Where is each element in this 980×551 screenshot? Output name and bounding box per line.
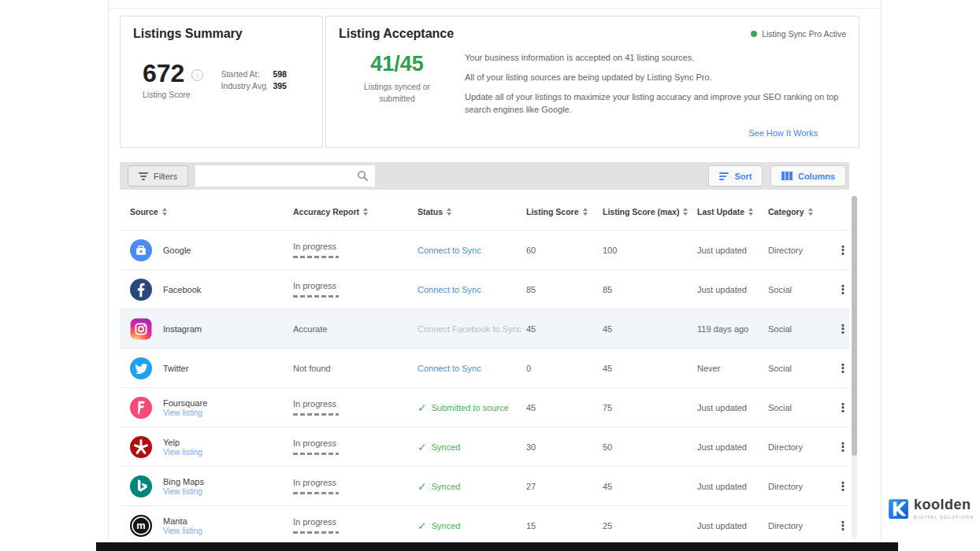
view-listing-link[interactable]: View listing [163,487,204,496]
search-box [195,165,375,187]
accuracy-text: Accurate [293,324,327,334]
listing-score-value: 45 [526,324,603,334]
listing-score-value: 0 [526,364,603,373]
sync-status: ✓Submitted to source [418,401,509,414]
connect-to-sync-link[interactable]: Connect to Sync [418,285,481,294]
listing-score-max-value: 100 [603,246,697,255]
table-row: Bing Maps View listing In progress ✓Sync… [120,467,849,506]
instagram-icon [130,318,152,340]
column-header-label: Status [418,207,443,216]
green-status-dot-icon [751,31,757,37]
google-icon [130,239,152,261]
table-header-row: SourceAccuracy ReportStatusListing Score… [120,193,849,231]
source-name: Google [163,246,191,255]
brand-tagline: DIGITAL SOLUTIONS [914,515,974,520]
source-name: Manta [163,516,202,526]
industry-avg-stat: Industry Avg. 395 [221,81,287,91]
column-header-label: Last Update [697,207,744,216]
started-at-stat: Started At: 598 [221,69,287,79]
brand-name: koolden [914,497,974,514]
sort-icon [719,172,729,180]
listing-score-max-value: 45 [603,364,697,373]
row-menu-button[interactable]: ⋮ [837,401,849,413]
column-header-category[interactable]: Category [768,207,837,216]
column-header-status[interactable]: Status [418,207,526,216]
check-icon: ✓ [418,401,427,414]
source-name: Twitter [163,364,188,373]
column-header-listing-score-max[interactable]: Listing Score (max) [603,207,697,216]
sort-button-label: Sort [734,172,752,181]
synced-ratio-caption: Listings synced or submitted [354,81,440,104]
vertical-scrollbar-thumb[interactable] [852,196,857,456]
row-menu-button[interactable]: ⋮ [837,283,849,295]
row-menu-button[interactable]: ⋮ [837,520,849,531]
accuracy-progress-dashes [293,256,339,258]
row-menu-button[interactable]: ⋮ [837,480,849,492]
accuracy-progress-dashes [293,295,339,298]
filters-toolbar: Filters Sort Columns [120,162,849,190]
listing-score-value: 45 [526,403,603,412]
twitter-icon [130,357,152,379]
check-icon: ✓ [418,520,427,532]
row-menu-button[interactable]: ⋮ [837,323,849,335]
table-row: Twitter Not found Connect to Sync 0 45 N… [120,349,849,388]
listing-score-max-value: 75 [603,403,697,412]
table-row: Foursquare View listing In progress ✓Sub… [120,388,849,427]
filters-button[interactable]: Filters [128,165,188,187]
listing-score-value: 60 [526,246,603,255]
started-at-label: Started At: [221,69,273,79]
column-header-label: Listing Score [526,207,579,216]
sort-arrows-icon [748,208,753,216]
search-input[interactable] [195,165,375,187]
accuracy-text: In progress [293,517,336,527]
category-value: Directory [768,246,837,255]
column-header-accuracy-report[interactable]: Accuracy Report [293,207,418,216]
view-listing-link[interactable]: View listing [163,409,207,417]
sort-arrows-icon [162,208,167,216]
koolden-logo-icon [888,498,909,520]
listing-acceptance-title: Listing Acceptance [339,27,454,41]
sort-arrows-icon [363,208,368,216]
listing-score-value: 85 [526,285,603,294]
synced-ratio: 41/45 [339,52,455,76]
yelp-icon [130,436,152,458]
row-menu-button[interactable]: ⋮ [837,441,849,453]
category-value: Social [768,403,837,412]
last-update-value: Just updated [697,403,768,412]
acceptance-line-3: Update all of your listings to maximize … [465,91,846,116]
column-header-source[interactable]: Source [120,207,293,216]
listing-score-max-value: 25 [603,521,697,531]
sort-arrows-icon [683,208,688,216]
connect-to-sync-link[interactable]: Connect to Sync [418,246,481,255]
table-body: Google In progress Connect to Sync 60 10… [120,231,849,545]
see-how-it-works-link[interactable]: See How It Works [748,128,818,138]
check-icon: ✓ [418,441,427,453]
row-menu-button[interactable]: ⋮ [837,244,849,256]
column-header-label: Listing Score (max) [603,207,679,216]
row-menu-button[interactable]: ⋮ [837,362,849,374]
column-header-label: Source [130,207,158,216]
disabled-connect-link: Connect Facebook to Sync [418,324,522,334]
info-icon[interactable]: i [191,69,203,81]
svg-text:m: m [136,520,145,531]
column-header-listing-score[interactable]: Listing Score [526,207,603,216]
connect-to-sync-link[interactable]: Connect to Sync [418,364,481,373]
category-value: Social [768,324,837,334]
summary-cards-row: Listings Summary 672 i Listing Score Sta… [120,16,859,148]
category-value: Social [768,285,837,294]
table-row: m Manta View listing In progress ✓Synced… [120,506,849,545]
columns-button[interactable]: Columns [770,165,846,187]
view-listing-link[interactable]: View listing [163,527,202,535]
column-header-last-update[interactable]: Last Update [697,207,768,216]
sync-status-text: Synced [432,521,461,531]
view-listing-link[interactable]: View listing [163,448,202,457]
category-value: Directory [768,521,837,531]
table-row: Google In progress Connect to Sync 60 10… [120,231,849,270]
table-row: Facebook In progress Connect to Sync 85 … [120,270,849,309]
table-row: Instagram Accurate Connect Facebook to S… [120,309,849,349]
sort-arrows-icon [808,208,813,216]
listing-score-max-value: 45 [603,482,697,491]
page-top-border [108,8,882,9]
sort-button[interactable]: Sort [708,165,763,187]
source-name: Foursquare [163,398,207,408]
